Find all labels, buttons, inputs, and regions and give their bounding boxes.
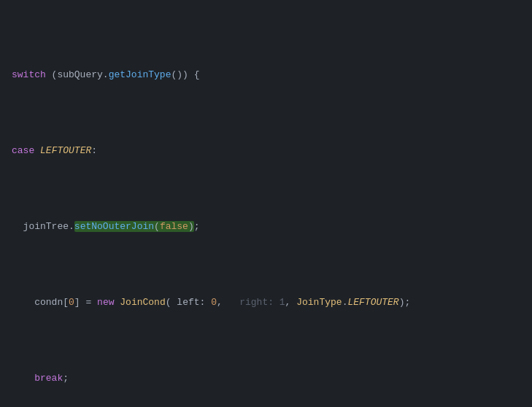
fn-getJoinType: getJoinType [109,69,171,80]
code-line-2: case LEFTOUTER: [12,144,520,159]
code-line-4: condn[0] = new JoinCond( left: 0, right:… [12,295,520,311]
code-line-5: break; [12,371,520,387]
code-line-1: switch (subQuery.getJoinType()) { [12,68,520,83]
keyword-switch: switch [12,69,46,80]
code-editor: switch (subQuery.getJoinType()) { case L… [0,0,532,407]
code-line-3: joinTree.setNoOuterJoin(false); [12,220,520,235]
